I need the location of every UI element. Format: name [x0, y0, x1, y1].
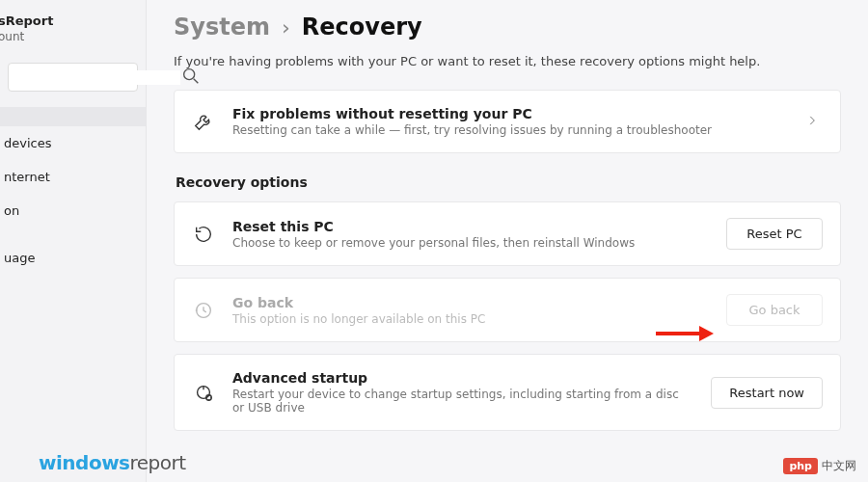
recovery-options-header: Recovery options — [176, 174, 841, 190]
profile-name: sReport — [0, 13, 136, 28]
watermark-left: windowsreport — [39, 451, 186, 474]
page-title: Recovery — [302, 13, 422, 40]
gear-power-icon — [192, 381, 215, 404]
watermark-right: php 中文网 — [783, 458, 856, 474]
advanced-startup-title: Advanced startup — [232, 370, 693, 386]
profile-block: sReport ount — [0, 8, 146, 55]
wrench-icon — [192, 110, 215, 133]
advanced-startup-sub: Restart your device to change startup se… — [232, 388, 693, 415]
sidebar-item-language[interactable]: uage — [0, 241, 146, 275]
sidebar-item-network[interactable]: nternet — [0, 160, 146, 194]
php-badge: php — [783, 458, 818, 474]
intro-text: If you're having problems with your PC o… — [174, 54, 841, 68]
fix-problems-title: Fix problems without resetting your PC — [232, 106, 784, 121]
fix-problems-sub: Resetting can take a while — first, try … — [232, 123, 784, 137]
chevron-right-icon — [801, 114, 823, 130]
profile-subtitle: ount — [0, 30, 136, 43]
go-back-card: Go back This option is no longer availab… — [174, 278, 841, 342]
reset-pc-card: Reset this PC Choose to keep or remove y… — [174, 201, 841, 266]
search-icon — [180, 66, 202, 90]
reset-pc-title: Reset this PC — [232, 219, 709, 234]
breadcrumb-separator: › — [282, 15, 290, 40]
breadcrumb-parent[interactable]: System — [174, 13, 270, 40]
sidebar: sReport ount devices nternet on uage — [0, 0, 147, 482]
search-input-wrap[interactable] — [8, 63, 138, 92]
sidebar-nav: devices nternet on uage — [0, 107, 146, 275]
reset-pc-button[interactable]: Reset PC — [726, 218, 823, 250]
reset-icon — [192, 223, 215, 246]
history-icon — [192, 299, 215, 322]
sidebar-item-system[interactable] — [0, 107, 146, 126]
svg-line-1 — [194, 78, 199, 83]
go-back-title: Go back — [232, 295, 709, 310]
breadcrumb: System › Recovery — [174, 13, 841, 40]
go-back-sub: This option is no longer available on th… — [232, 312, 709, 326]
reset-pc-sub: Choose to keep or remove your personal f… — [232, 236, 709, 250]
search-input[interactable] — [16, 70, 180, 85]
sidebar-item-personalization[interactable]: on — [0, 194, 146, 228]
main-content: System › Recovery If you're having probl… — [147, 0, 868, 482]
go-back-button: Go back — [726, 294, 823, 326]
restart-now-button[interactable]: Restart now — [711, 377, 823, 409]
svg-point-0 — [184, 68, 195, 79]
sidebar-item-devices[interactable]: devices — [0, 126, 146, 160]
advanced-startup-card: Advanced startup Restart your device to … — [174, 354, 841, 431]
fix-problems-card[interactable]: Fix problems without resetting your PC R… — [174, 90, 841, 153]
